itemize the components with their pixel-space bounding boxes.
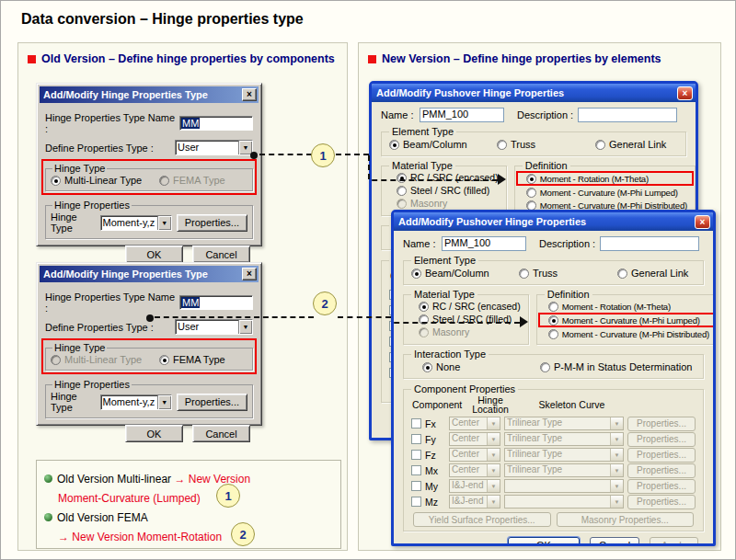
page-title: Data conversion – Hinge properties type — [21, 11, 304, 28]
chevron-down-icon[interactable]: ▼ — [157, 216, 171, 230]
hinge-name-input[interactable]: MM — [179, 295, 253, 310]
close-icon[interactable]: × — [695, 215, 710, 229]
radio-moment-rotation[interactable]: Moment - Rotation (M-Theta) — [526, 174, 649, 184]
row-properties-button: Properties... — [627, 495, 696, 509]
interaction-type-group: Interaction Type None P-M-M in Status De… — [403, 349, 704, 379]
hinge-name-value: MM — [181, 297, 200, 308]
radio-rc-src-encased[interactable]: RC / SRC (encased) — [397, 172, 499, 183]
pushover-dialog-2: Add/Modify Pushover Hinge Properties × N… — [391, 210, 716, 546]
name-input[interactable]: PMM_100 — [442, 236, 526, 251]
note1-red-text2: Moment-Curvature (Lumped) — [58, 492, 201, 505]
chevron-down-icon: ▼ — [610, 449, 623, 461]
pushover-dialog2-titlebar: Add/Modify Pushover Hinge Properties × — [394, 212, 713, 231]
name-input[interactable]: PMM_100 — [420, 108, 504, 122]
radio-moment-curvature-distributed[interactable]: Moment - Curvature (M-Phi Distributed) — [526, 200, 687, 211]
pushover-dialog1-titlebar: Add/Modify Pushover Hinge Properties × — [372, 84, 696, 102]
chevron-down-icon: ▼ — [487, 433, 500, 445]
radio-truss[interactable]: Truss — [497, 139, 595, 150]
hinge-type-label: Hinge Type — [51, 391, 96, 413]
radio-beam-column[interactable]: Beam/Column — [389, 139, 497, 150]
component-row: FxCenter▼Trilinear Type▼Properties... — [411, 417, 696, 430]
radio-truss[interactable]: Truss — [519, 268, 617, 279]
pushover-dialog2-title: Add/Modify Pushover Hinge Properties — [398, 216, 695, 227]
cancel-button[interactable]: Cancel — [590, 537, 639, 546]
page: Data conversion – Hinge properties type … — [0, 0, 736, 560]
hinge-type-select[interactable]: Moment-y,z ▼ — [100, 394, 172, 410]
radio-dot-icon — [422, 362, 432, 372]
radio-general-link[interactable]: General Link — [595, 139, 666, 150]
radio-dot-icon — [540, 362, 550, 372]
radio-dot-icon — [526, 174, 536, 184]
radio-multi-linear[interactable]: Multi-Linear Type — [51, 175, 159, 186]
ok-button[interactable]: OK — [125, 246, 183, 263]
hinge-type-highlight-box: Hinge Type Multi-Linear Type FEMA Type — [41, 159, 257, 195]
checkbox-mx[interactable] — [411, 465, 421, 475]
radio-rc-src-encased[interactable]: RC / SRC (encased) — [419, 301, 521, 312]
hinge-type-group-label: Hinge Type — [52, 342, 107, 353]
chevron-down-icon[interactable]: ▼ — [157, 395, 171, 409]
radio-dot-icon — [159, 176, 169, 186]
checkbox-my[interactable] — [411, 481, 421, 491]
close-icon[interactable]: × — [242, 88, 257, 101]
radio-dot-icon — [548, 302, 558, 312]
material-type-group: Material Type RC / SRC (encased) Steel /… — [381, 160, 507, 216]
define-type-select[interactable]: User ▼ — [175, 140, 253, 155]
radio-steel-src-filled[interactable]: Steel / SRC (filled) — [397, 185, 489, 196]
component-properties-group: Component Properties Component Hinge Loc… — [403, 383, 704, 531]
element-type-group: Element Type Beam/Column Truss General L… — [381, 126, 686, 156]
component-row: MxCenter▼Trilinear Type▼Properties... — [411, 463, 696, 477]
location-select: Center▼ — [449, 448, 500, 462]
ok-button[interactable]: OK — [508, 537, 580, 546]
cancel-button[interactable]: Cancel — [192, 246, 250, 263]
connector1-dash-icon — [336, 154, 369, 155]
cancel-button[interactable]: Cancel — [192, 425, 250, 442]
note2-red-text: → New Version Moment-Rotation — [58, 531, 222, 543]
ok-button[interactable]: OK — [125, 425, 183, 442]
close-icon[interactable]: × — [677, 86, 693, 100]
radio-fema[interactable]: FEMA Type — [159, 354, 225, 365]
connector2-dash-icon — [391, 322, 520, 324]
radio-moment-curvature-lumped[interactable]: Moment - Curvature (M-Phi Lumped) — [548, 315, 700, 326]
checkbox-fz[interactable] — [411, 450, 421, 460]
radio-moment-rotation[interactable]: Moment - Rotation (M-Theta) — [548, 302, 671, 312]
definition-group: Definition Moment - Rotation (M-Theta) M… — [514, 160, 696, 216]
checkbox-mz[interactable] — [411, 497, 421, 507]
element-type-group: Element Type Beam/Column Truss General L… — [403, 255, 704, 285]
chevron-down-icon: ▼ — [610, 480, 623, 492]
radio-beam-column[interactable]: Beam/Column — [411, 268, 519, 279]
close-icon[interactable]: × — [242, 268, 257, 280]
component-row: FyCenter▼Trilinear Type▼Properties... — [411, 432, 696, 446]
radio-dot-icon — [397, 186, 407, 196]
radio-pmm[interactable]: P-M-M in Status Determination — [540, 361, 692, 372]
chevron-down-icon: ▼ — [610, 433, 623, 445]
connector2-dash-icon — [338, 316, 391, 318]
location-select: Center▼ — [449, 432, 500, 446]
checkbox-fy[interactable] — [411, 434, 421, 444]
hinge-type-select[interactable]: Moment-y,z ▼ — [100, 215, 172, 231]
properties-button[interactable]: Properties... — [177, 214, 247, 232]
connector1-arrowhead-icon — [498, 174, 512, 185]
row-properties-button: Properties... — [627, 479, 696, 494]
properties-button[interactable]: Properties... — [177, 394, 247, 411]
radio-general-link[interactable]: General Link — [617, 268, 688, 279]
curve-select: ▼ — [504, 495, 624, 509]
description-input[interactable] — [600, 236, 699, 251]
yield-surface-button: Yield Surface Properties... — [413, 512, 551, 527]
note2-badge: 2 — [231, 522, 255, 546]
radio-none[interactable]: None — [422, 361, 540, 372]
radio-dot-icon — [519, 269, 529, 279]
checkbox-fx[interactable] — [411, 418, 421, 429]
radio-moment-curvature-distributed[interactable]: Moment - Curvature (M-Phi Distributed) — [548, 329, 709, 339]
location-select: Center▼ — [449, 463, 500, 477]
chevron-down-icon[interactable]: ▼ — [238, 320, 252, 334]
define-type-select[interactable]: User ▼ — [175, 319, 253, 335]
hinge-name-label: Hinge Properties Type Name : — [45, 291, 179, 314]
row-properties-button: Properties... — [627, 463, 696, 478]
connector1-dash-icon — [369, 179, 498, 181]
radio-moment-curvature-lumped[interactable]: Moment - Curvature (M-Phi Lumped) — [526, 188, 678, 198]
radio-dot-icon — [389, 140, 399, 150]
description-input[interactable] — [578, 108, 677, 122]
old-hinge-dialog-2: Add/Modify Hinge Properties Type × Hinge… — [36, 262, 262, 426]
hinge-name-input[interactable]: MM — [179, 116, 253, 131]
chevron-down-icon: ▼ — [610, 417, 623, 429]
